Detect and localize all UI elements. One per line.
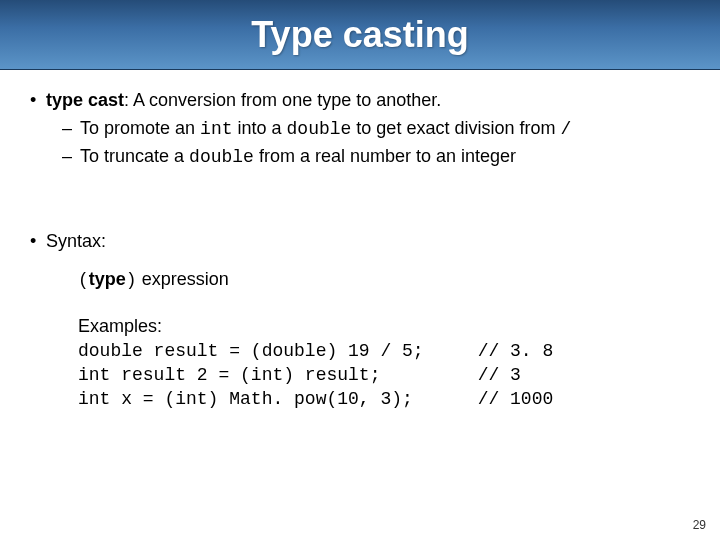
code-double: double	[287, 119, 352, 139]
examples-heading: Examples:	[78, 314, 690, 338]
bullet-typecast-text: type cast: A conversion from one type to…	[46, 88, 441, 112]
sub1-part-e: to get exact division from	[351, 118, 560, 138]
term-typecast: type cast	[46, 90, 124, 110]
bullet-dot: •	[30, 88, 46, 112]
syntax-line: (type) expression	[78, 267, 690, 292]
bullet-dot: •	[30, 229, 46, 253]
sub-bullet-promote: – To promote an int into a double to get…	[62, 116, 690, 141]
code-int: int	[200, 119, 232, 139]
sub-bullet-truncate: – To truncate a double from a real numbe…	[62, 144, 690, 169]
slide-title: Type casting	[251, 14, 468, 56]
sub-promote-text: To promote an int into a double to get e…	[80, 116, 571, 141]
example-line-1: double result = (double) 19 / 5; // 3. 8	[78, 339, 690, 363]
sub2-part-c: from a real number to an integer	[254, 146, 516, 166]
bullet-typecast: • type cast: A conversion from one type …	[30, 88, 690, 112]
spacer	[30, 169, 690, 229]
paren-open: (	[78, 270, 89, 290]
sub1-part-c: into a	[232, 118, 286, 138]
bullet-syntax: • Syntax:	[30, 229, 690, 253]
syntax-type: type	[89, 269, 126, 289]
paren-close: )	[126, 270, 137, 290]
example-line-2: int result 2 = (int) result; // 3	[78, 363, 690, 387]
dash-icon: –	[62, 144, 80, 169]
sub2-part-a: To truncate a	[80, 146, 189, 166]
dash-icon: –	[62, 116, 80, 141]
sub1-part-a: To promote an	[80, 118, 200, 138]
code-double-2: double	[189, 147, 254, 167]
example-line-3: int x = (int) Math. pow(10, 3); // 1000	[78, 387, 690, 411]
slide-body: • type cast: A conversion from one type …	[0, 70, 720, 422]
examples-block: Examples: double result = (double) 19 / …	[78, 314, 690, 411]
sub-truncate-text: To truncate a double from a real number …	[80, 144, 516, 169]
syntax-expression: expression	[137, 269, 229, 289]
def-typecast: : A conversion from one type to another.	[124, 90, 441, 110]
syntax-label: Syntax:	[46, 229, 106, 253]
page-number: 29	[693, 518, 706, 532]
code-slash: /	[560, 119, 571, 139]
title-bar: Type casting	[0, 0, 720, 70]
